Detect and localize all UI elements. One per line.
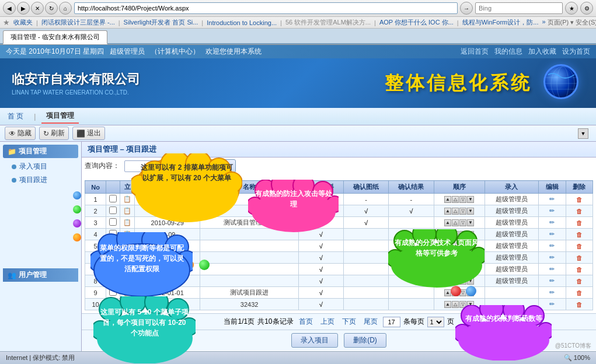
bookmark-1[interactable]: 闭话权限设计三层堡界 -... — [41, 18, 115, 27]
cell-edit[interactable]: ✏ — [539, 229, 566, 240]
cell-edit[interactable]: ✏ — [539, 194, 566, 205]
down2-arrow[interactable]: ▽ — [459, 196, 466, 203]
row-checkbox[interactable] — [109, 218, 117, 226]
up2-arrow[interactable]: △ — [452, 208, 459, 215]
delete-icon[interactable]: 🗑 — [576, 301, 583, 308]
page-menu[interactable]: 页面(P) ▾ — [548, 18, 574, 27]
favorites-button[interactable]: ★ — [565, 2, 578, 15]
delete-icon[interactable]: 🗑 — [576, 196, 583, 203]
delete-icon[interactable]: 🗑 — [576, 278, 583, 285]
link-home[interactable]: 返回首页 — [461, 47, 489, 57]
rows-per-page-input[interactable] — [383, 317, 400, 327]
page-go-select[interactable]: 1 — [427, 317, 444, 327]
cell-delete[interactable]: 🗑 — [566, 240, 592, 252]
nav-home[interactable]: 首 页 — [3, 110, 28, 123]
cell-check[interactable] — [106, 205, 120, 217]
edit-icon[interactable]: ✏ — [549, 207, 555, 214]
edit-icon[interactable]: ✏ — [549, 230, 555, 237]
tools-button[interactable]: ⚙ — [580, 2, 593, 15]
up-arrow[interactable]: ▲ — [444, 219, 451, 226]
delete-icon[interactable]: 🗑 — [576, 254, 583, 261]
delete-button[interactable]: 删除(D) — [344, 333, 386, 348]
safety-menu[interactable]: 安全(S) ▾ — [576, 18, 596, 27]
edit-icon[interactable]: ✏ — [549, 265, 555, 272]
cell-order[interactable]: ▲△▽▼ — [434, 205, 485, 217]
cell-check[interactable] — [106, 194, 120, 205]
edit-icon[interactable]: ✏ — [549, 219, 555, 226]
row-checkbox[interactable] — [109, 195, 117, 202]
delete-icon[interactable]: 🗑 — [576, 208, 583, 215]
bookmark-4[interactable]: 56 软件开发管理ALM解决方... — [285, 18, 371, 27]
edit-icon[interactable]: ✏ — [549, 254, 555, 261]
delete-icon[interactable]: 🗑 — [576, 219, 583, 226]
cell-delete[interactable]: 🗑 — [566, 194, 592, 205]
up2-arrow[interactable]: △ — [452, 196, 459, 203]
cell-edit[interactable]: ✏ — [539, 205, 566, 217]
search-bar[interactable] — [475, 2, 563, 14]
page-prev[interactable]: 上页 — [318, 316, 337, 327]
cell-delete[interactable]: 🗑 — [566, 252, 592, 264]
home-button[interactable]: ⌂ — [59, 2, 72, 15]
cell-delete[interactable]: 🗑 — [566, 264, 592, 275]
down-arrow[interactable]: ▼ — [467, 219, 474, 226]
active-tab[interactable]: 项目管理 - 临安自来水有限公司 — [3, 30, 107, 44]
bookmark-6[interactable]: 线程与WinForm设计，防... — [462, 18, 539, 27]
nav-project-mgmt[interactable]: 项目管理 — [41, 109, 79, 124]
enter-project-button[interactable]: 录入项目 — [291, 333, 338, 348]
stop-button[interactable]: ✕ — [31, 2, 44, 15]
edit-icon[interactable]: ✏ — [549, 289, 555, 296]
down-arrow[interactable]: ▼ — [467, 208, 474, 215]
page-first[interactable]: 首页 — [297, 316, 315, 327]
down2-arrow[interactable]: ▽ — [459, 208, 466, 215]
cell-delete[interactable]: 🗑 — [566, 229, 592, 240]
down-arrow[interactable]: ▼ — [467, 196, 474, 203]
up2-arrow[interactable]: △ — [452, 219, 459, 226]
cell-delete[interactable]: 🗑 — [566, 275, 592, 287]
edit-icon[interactable]: ✏ — [549, 195, 555, 202]
back-button[interactable]: ◀ — [3, 2, 16, 15]
delete-icon[interactable]: 🗑 — [576, 289, 583, 296]
sidebar-item-enter-project[interactable]: 录入项目 — [3, 160, 78, 173]
cell-delete[interactable]: 🗑 — [566, 217, 592, 229]
refresh-button[interactable]: ↻ — [45, 2, 58, 15]
edit-icon[interactable]: ✏ — [549, 277, 555, 284]
hide-button[interactable]: 👁 隐藏 — [5, 127, 36, 140]
delete-icon[interactable]: 🗑 — [576, 231, 583, 238]
cell-edit[interactable]: ✏ — [539, 287, 566, 299]
delete-icon[interactable]: 🗑 — [576, 243, 583, 250]
filter-button[interactable]: ▼ — [578, 128, 588, 139]
cell-delete[interactable]: 🗑 — [566, 205, 592, 217]
forward-button[interactable]: ▶ — [17, 2, 30, 15]
down2-arrow[interactable]: ▽ — [459, 219, 466, 226]
up-arrow[interactable]: ▲ — [444, 208, 451, 215]
cell-edit[interactable]: ✏ — [539, 240, 566, 252]
address-bar[interactable]: http://localhost:7480/Project/Work.aspx — [74, 2, 458, 14]
cell-edit[interactable]: ✏ — [539, 275, 566, 287]
cell-delete[interactable]: 🗑 — [566, 299, 592, 310]
delete-icon[interactable]: 🗑 — [576, 266, 583, 273]
up-arrow[interactable]: ▲ — [444, 301, 451, 308]
bookmark-favorites[interactable]: 收藏夹 — [13, 18, 33, 27]
cell-edit[interactable]: ✏ — [539, 217, 566, 229]
link-setdefault[interactable]: 设为首页 — [562, 47, 590, 57]
exit-button[interactable]: ⬛ 退出 — [72, 127, 105, 140]
link-bookmark[interactable]: 加入收藏 — [528, 47, 556, 57]
bookmark-5[interactable]: AOP 你想干什么 IOC 你... — [379, 18, 454, 27]
cell-edit[interactable]: ✏ — [539, 264, 566, 275]
cell-order[interactable]: ▲△▽▼ — [434, 217, 485, 229]
page-last[interactable]: 尾页 — [361, 316, 380, 327]
bookmark-3[interactable]: Introduction to Locking... — [207, 19, 277, 26]
cell-order[interactable]: ▲△▽▼ — [434, 194, 485, 205]
add-favorites[interactable]: » — [542, 18, 545, 27]
edit-icon[interactable]: ✏ — [549, 242, 555, 249]
row-checkbox[interactable] — [109, 206, 117, 214]
bookmark-2[interactable]: Silverlight开发者 首页 Si... — [124, 18, 198, 27]
link-myinfo[interactable]: 我的信息 — [494, 47, 522, 57]
cell-edit[interactable]: ✏ — [539, 252, 566, 264]
up-arrow[interactable]: ▲ — [444, 196, 451, 203]
refresh-button[interactable]: ↻ 刷新 — [39, 127, 69, 140]
go-button[interactable]: → — [460, 2, 473, 15]
sidebar-item-project-progress[interactable]: 项目跟进 — [3, 173, 78, 187]
page-next[interactable]: 下页 — [340, 316, 358, 327]
cell-check[interactable] — [106, 217, 120, 229]
